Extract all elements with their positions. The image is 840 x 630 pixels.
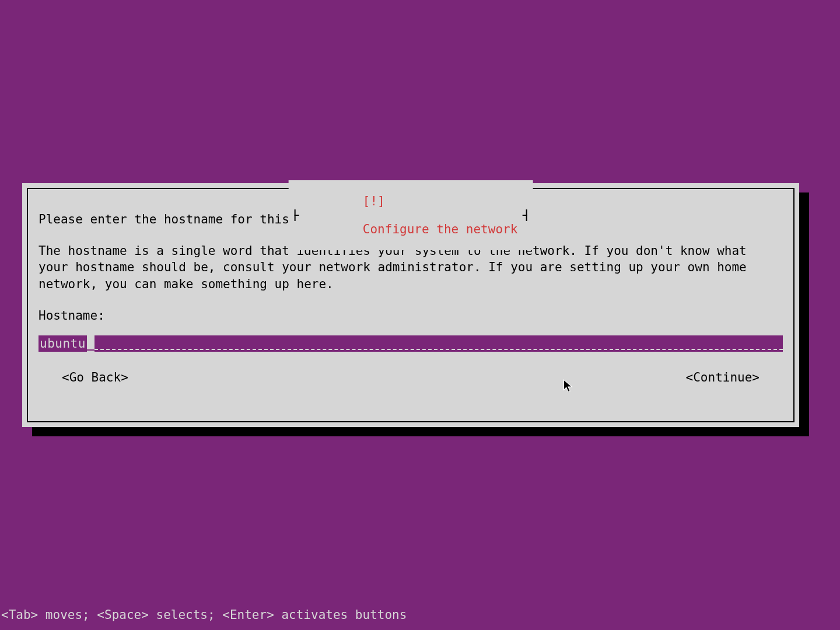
title-notch-right-icon: [522, 208, 527, 222]
help-bar: <Tab> moves; <Space> selects; <Enter> ac…: [1, 608, 407, 622]
dialog-title-text: Configure the network: [363, 222, 518, 236]
go-back-button[interactable]: <Go Back>: [62, 370, 128, 384]
continue-button[interactable]: <Continue>: [686, 370, 760, 384]
dialog-window: [!] Configure the network Please enter t…: [22, 183, 799, 427]
dialog-title-marker: [!]: [363, 194, 385, 208]
dialog-box: [!] Configure the network Please enter t…: [27, 188, 794, 422]
hostname-label: Hostname:: [38, 309, 783, 323]
hostname-input[interactable]: ubuntu: [38, 335, 783, 352]
dialog-title-bar: [!] Configure the network: [289, 180, 533, 250]
input-fill-icon: [94, 335, 783, 352]
title-notch-left-icon: [295, 208, 299, 222]
hostname-value: ubuntu: [38, 335, 87, 352]
button-row: <Go Back> <Continue>: [38, 370, 783, 384]
text-cursor-icon: [87, 335, 94, 352]
